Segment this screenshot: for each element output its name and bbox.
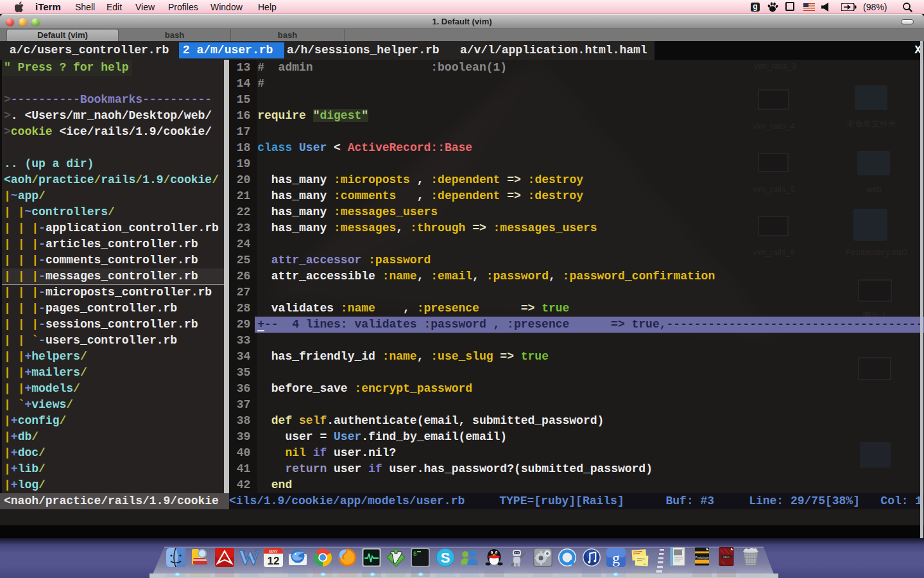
svg-text:MAY: MAY	[269, 549, 278, 554]
svg-text:S: S	[441, 550, 450, 566]
svg-text:Prototype: Prototype	[695, 556, 709, 559]
svg-text:12: 12	[268, 555, 280, 567]
svg-text:$: $	[413, 551, 417, 557]
svg-text:W: W	[239, 548, 259, 567]
svg-text:RAILS: RAILS	[723, 556, 730, 559]
svg-text:g: g	[612, 550, 620, 566]
